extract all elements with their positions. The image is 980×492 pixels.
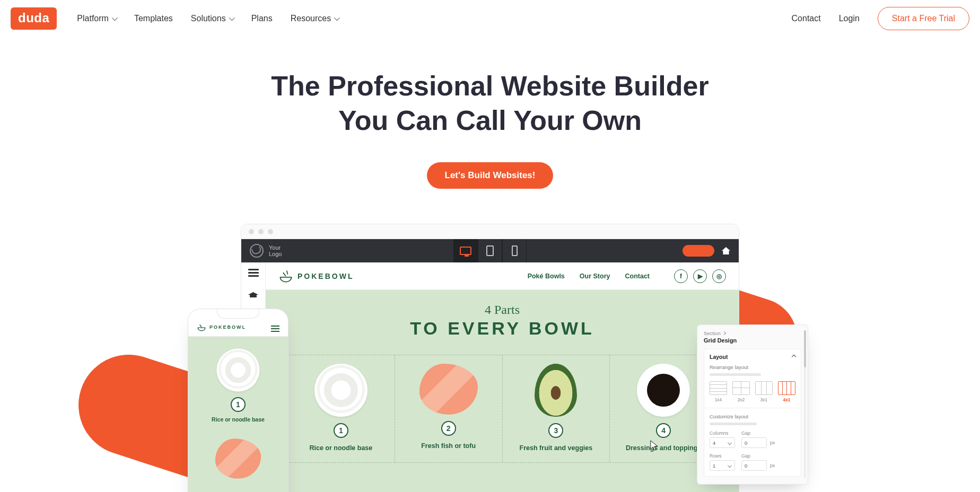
layout-option-2x2[interactable] (732, 381, 750, 395)
site-logo[interactable]: POKEBOWL (278, 269, 354, 284)
rice-image (314, 364, 368, 417)
chevron-down-icon (334, 15, 340, 21)
sauce-image (637, 364, 690, 417)
layout-label: 3x1 (755, 397, 773, 402)
field-label: Gap (741, 453, 750, 459)
nav-left-group: Platform Templates Solutions Plans Resou… (77, 14, 338, 23)
layers-icon[interactable] (248, 269, 259, 277)
home-icon[interactable] (722, 247, 730, 254)
layout-section: Layout Rearrange layout 1x4 2x2 3x1 4x1 … (704, 349, 801, 477)
field-label: Rows (710, 453, 722, 459)
chevron-down-icon (112, 15, 118, 21)
card-label: Rice or noodle base (309, 444, 372, 452)
rows-row: Rows 1 Gap 0 px (710, 452, 795, 471)
card-label: Dressings and toppings (626, 444, 701, 452)
gap-input[interactable]: 0 (741, 437, 767, 448)
customize-label: Customize layout (710, 414, 795, 419)
field-label: Gap (741, 430, 750, 436)
top-nav: duda Platform Templates Solutions Plans … (0, 0, 980, 37)
editor-right-group (682, 245, 730, 257)
window-dot-icon (249, 229, 254, 234)
pokebowl-mark-icon (278, 269, 293, 284)
layout-label: 1x4 (710, 397, 727, 402)
design-panel: Section Grid Design Layout Rearrange lay… (697, 324, 808, 485)
card-3[interactable]: 3 Fresh fruit and veggies (503, 355, 610, 462)
facebook-icon[interactable]: f (674, 269, 688, 283)
instagram-icon[interactable]: ◎ (712, 269, 726, 283)
step-number: 4 (656, 423, 671, 438)
layout-option-3x1[interactable] (755, 381, 773, 395)
nav-templates[interactable]: Templates (134, 14, 173, 23)
columns-row: Columns 4 Gap 0 px (710, 429, 795, 448)
site-nav-link[interactable]: Our Story (580, 273, 610, 280)
layout-option-1x4[interactable] (710, 381, 727, 395)
hero-line1: The Professional Website Builder (271, 71, 708, 101)
site-header: POKEBOWL Poké Bowls Our Story Contact f … (266, 262, 739, 290)
columns-select[interactable]: 4 (710, 437, 735, 448)
field-label: Columns (710, 430, 729, 436)
youtube-icon[interactable]: ▶ (693, 269, 707, 283)
hero: The Professional Website Builder You Can… (0, 69, 980, 189)
nav-plans[interactable]: Plans (251, 14, 273, 23)
phone-body: 1 Rice or noodle base (188, 337, 288, 492)
desktop-icon (460, 247, 471, 255)
start-trial-button[interactable]: Start a Free Trial (878, 7, 969, 30)
education-icon[interactable] (248, 292, 259, 301)
section-header[interactable]: Layout (710, 354, 795, 360)
brand-logo[interactable]: duda (11, 7, 57, 30)
layout-option-4x1[interactable] (778, 381, 795, 395)
publish-button[interactable] (682, 245, 714, 257)
skeleton-line (710, 373, 761, 376)
mobile-icon (512, 245, 518, 256)
card-label: Rice or noodle base (212, 416, 265, 423)
editor-mockup: Your Logo POKEBOWL (241, 224, 739, 492)
site-nav-link[interactable]: Contact (625, 273, 650, 280)
gap-field: Gap 0 px (741, 429, 775, 448)
gap-field-2: Gap 0 px (741, 452, 775, 471)
nav-right-group: Contact Login Start a Free Trial (792, 7, 969, 30)
skeleton-line (710, 423, 757, 425)
gap-input-2[interactable]: 0 (741, 460, 767, 471)
nav-label: Platform (77, 14, 109, 23)
nav-login[interactable]: Login (839, 14, 860, 23)
nav-resources[interactable]: Resources (291, 14, 338, 23)
left-tool-rail (241, 262, 266, 315)
card-label: Fresh fruit and veggies (520, 444, 593, 452)
nav-contact[interactable]: Contact (792, 14, 821, 23)
layout-options (710, 381, 795, 395)
unit-label: px (770, 463, 775, 468)
nav-platform[interactable]: Platform (77, 14, 116, 23)
panel-breadcrumb[interactable]: Section (704, 330, 801, 336)
nav-label: Plans (251, 14, 273, 23)
rows-select[interactable]: 1 (710, 460, 735, 471)
salmon-image (215, 438, 261, 479)
step-number: 3 (548, 423, 563, 438)
step-number: 2 (441, 421, 456, 436)
device-desktop-tab[interactable] (453, 239, 478, 262)
step-number: 1 (231, 397, 246, 412)
device-mobile-tab[interactable] (502, 239, 527, 262)
menu-icon[interactable] (271, 326, 279, 332)
site-nav: Poké Bowls Our Story Contact (528, 273, 650, 280)
rearrange-label: Rearrange layout (710, 364, 795, 370)
site-nav-link[interactable]: Poké Bowls (528, 273, 565, 280)
lets-build-button[interactable]: Let's Build Websites! (427, 162, 554, 189)
site-preview: POKEBOWL Poké Bowls Our Story Contact f … (241, 262, 739, 492)
card-2[interactable]: 2 Fresh fish or tofu (395, 355, 503, 462)
layout-label: 2x2 (732, 397, 750, 402)
card-1[interactable]: 1 Rice or noodle base (287, 355, 395, 462)
hero-line2: You Can Call Your Own (338, 105, 642, 136)
preview-canvas: POKEBOWL Poké Bowls Our Story Contact f … (266, 262, 739, 492)
phone-mockup: POKEBOWL 1 Rice or noodle base (188, 309, 288, 492)
hero-headline: The Professional Website Builder You Can… (0, 69, 980, 138)
device-tablet-tab[interactable] (478, 239, 502, 262)
heading-block: TO EVERY BOWL (272, 318, 732, 339)
browser-chrome (241, 224, 739, 239)
nav-solutions[interactable]: Solutions (191, 14, 233, 23)
columns-field: Columns 4 (710, 429, 735, 448)
device-switcher (453, 239, 527, 262)
panel-scrollbar[interactable] (804, 330, 806, 479)
site-body: 4 Parts TO EVERY BOWL 1 Rice or noodle b… (266, 290, 739, 492)
nav-label: Solutions (191, 14, 226, 23)
rows-field: Rows 1 (710, 452, 735, 471)
